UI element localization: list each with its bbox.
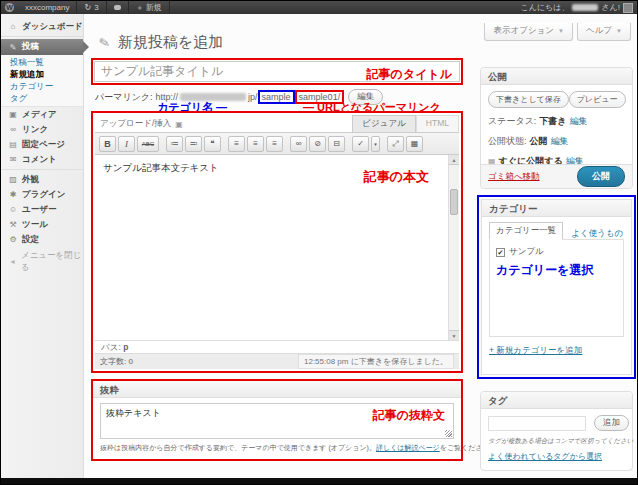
sidebar-item-media[interactable]: ▣ メディア — [1, 107, 83, 122]
account-menu[interactable]: こんにちは、 さん! — [520, 2, 637, 13]
permalink-domain-tail: jp/ — [248, 92, 258, 102]
editor-scrollbar[interactable]: ▲ ▼ — [448, 155, 459, 340]
category-checkbox-row[interactable]: ✔ サンプル — [496, 246, 617, 258]
insert-link-icon[interactable]: ∞ — [290, 136, 307, 152]
tab-visual[interactable]: ビジュアル — [352, 115, 416, 132]
add-tag-button[interactable]: 追加 — [594, 415, 629, 431]
editor-tabs: ビジュアル HTML — [352, 115, 459, 132]
visibility-edit-link[interactable]: 編集 — [551, 135, 569, 148]
chevron-down-icon: ▼ — [558, 28, 564, 34]
categories-annotation-box: カテゴリー カテゴリー一覧 よく使うもの ✔ サンプル カテゴリーを選択 — [477, 195, 636, 379]
sidebar-label-media: メディア — [22, 109, 57, 121]
scroll-down-icon[interactable]: ▼ — [449, 330, 459, 340]
upload-insert-button[interactable]: アップロード/挿入 ▣ — [95, 118, 183, 132]
current-menu-arrow — [83, 41, 89, 53]
align-left-icon[interactable]: ≡ — [228, 136, 245, 152]
excerpt-panel-header[interactable]: 抜粋 — [93, 381, 461, 398]
sidebar-item-users[interactable]: ☺ ユーザー — [1, 202, 83, 217]
resize-handle[interactable] — [445, 430, 452, 437]
tags-panel-header[interactable]: タグ — [481, 392, 632, 409]
kitchen-sink-icon[interactable]: ▦ — [406, 136, 423, 152]
editor-status-bar: 文字数: 0 12:55:08 pm に下書きを保存しました。 — [95, 353, 459, 369]
greeting-text: こんにちは、 — [520, 2, 569, 13]
publish-button[interactable]: 公開 — [577, 166, 625, 187]
more-tag-icon[interactable]: ⊟ — [328, 136, 345, 152]
editor-path-bar: パス: p — [95, 340, 459, 353]
sidebar-item-links[interactable]: ∞ リンク — [1, 122, 83, 137]
sidebar-item-plugins[interactable]: ✱ プラグイン — [1, 187, 83, 202]
screen-options-button[interactable]: 表示オプション ▼ — [484, 23, 572, 41]
strikethrough-icon[interactable]: ABC — [137, 136, 159, 152]
tab-html[interactable]: HTML — [416, 115, 459, 132]
new-content-label: ＋ 新規 — [136, 2, 162, 13]
excerpt-docs-link[interactable]: 詳しくは解説ページ — [376, 444, 440, 451]
fullscreen-icon[interactable]: ⤢ — [387, 136, 404, 152]
remove-link-icon[interactable]: ⊘ — [309, 136, 326, 152]
sidebar-divider — [1, 36, 83, 37]
main-content: 表示オプション ▼ ヘルプ ▼ ✎ 新規投稿を追加 記事のタイトル パーマリンク… — [84, 14, 637, 478]
bold-icon[interactable]: B — [99, 136, 116, 152]
sidebar-item-pages[interactable]: ▤ 固定ページ — [1, 137, 83, 152]
admin-sidebar: ⌂ ダッシュボード ✎ 投稿 投稿一覧 新規追加 カテゴリー タグ ▣ メディア… — [1, 14, 84, 478]
help-button[interactable]: ヘルプ ▼ — [577, 23, 631, 41]
editor-content-area[interactable]: サンプル記事本文テキスト 記事の本文 ▲ ▼ — [95, 155, 459, 340]
page-icon: ▤ — [8, 140, 18, 149]
settings-icon: ⚙ — [8, 235, 18, 244]
add-new-category-link[interactable]: + 新規カテゴリーを追加 — [489, 345, 624, 357]
tag-input[interactable] — [488, 416, 586, 431]
sidebar-divider — [1, 169, 83, 170]
sidebar-item-tools[interactable]: ⚒ ツール — [1, 217, 83, 232]
screen-meta: 表示オプション ▼ ヘルプ ▼ — [484, 23, 631, 41]
sidebar-item-categories[interactable]: カテゴリー — [1, 80, 83, 92]
site-name-menu[interactable]: xxxcompany — [18, 1, 77, 14]
numbered-list-icon[interactable]: ≕ — [185, 136, 202, 152]
sidebar-label-comments: コメント — [22, 154, 57, 166]
updates-indicator[interactable]: ↻ 3 — [77, 1, 106, 14]
tags-help-text: タグが複数ある場合はコンマで区切ってください — [488, 437, 625, 446]
sidebar-item-dashboard[interactable]: ⌂ ダッシュボード — [1, 19, 83, 34]
sidebar-label-dashboard: ダッシュボード — [22, 21, 83, 33]
scrollbar-thumb[interactable] — [450, 189, 458, 215]
excerpt-text: 抜粋テキスト — [106, 408, 161, 418]
visibility-label: 公開状態: — [488, 135, 527, 148]
link-icon: ∞ — [8, 125, 18, 134]
sidebar-label-tools: ツール — [22, 219, 48, 231]
sidebar-item-all-posts[interactable]: 投稿一覧 — [1, 56, 83, 68]
sidebar-item-comments[interactable]: ✉ コメント — [1, 152, 83, 167]
tags-panel: タグ 追加 タグが複数ある場合はコンマで区切ってください よく使われているタグか… — [480, 391, 633, 471]
sidebar-item-settings[interactable]: ⚙ 設定 — [1, 232, 83, 247]
categories-panel: カテゴリー カテゴリー一覧 よく使うもの ✔ サンプル カテゴリーを選択 — [481, 199, 632, 375]
status-edit-link[interactable]: 編集 — [570, 115, 588, 128]
comments-indicator[interactable] — [107, 1, 129, 14]
sidebar-item-add-new[interactable]: 新規追加 — [1, 68, 83, 80]
new-content-button[interactable]: ＋ 新規 — [129, 1, 170, 14]
publish-panel: 公開 下書きとして保存 プレビュー ステータス: 下書き 編集 公開状態: 公開… — [480, 67, 633, 189]
italic-icon[interactable]: I — [118, 136, 135, 152]
tab-most-used[interactable]: よく使うもの — [571, 228, 623, 240]
path-label: パス: — [101, 342, 121, 352]
editor-annotation-box: アップロード/挿入 ▣ ビジュアル HTML B I ABC ≔ ≕ ❝ — [91, 111, 463, 373]
sidebar-item-tags[interactable]: タグ — [1, 92, 83, 104]
category-checkbox[interactable]: ✔ — [496, 248, 505, 257]
choose-from-tags-link[interactable]: よく使われているタグから選択 — [488, 451, 625, 462]
blockquote-icon[interactable]: ❝ — [204, 136, 221, 152]
publish-panel-body: 下書きとして保存 プレビュー ステータス: 下書き 編集 公開状態: 公開 編集… — [481, 85, 632, 172]
proofread-dropdown-icon[interactable]: ▾ — [371, 136, 380, 152]
sidebar-item-appearance[interactable]: ▨ 外観 — [1, 172, 83, 187]
save-draft-button[interactable]: 下書きとして保存 — [488, 91, 569, 108]
tab-all-categories[interactable]: カテゴリー一覧 — [489, 222, 563, 240]
proofread-icon[interactable]: ✓ — [352, 136, 369, 152]
sidebar-item-posts[interactable]: ✎ 投稿 — [1, 39, 83, 55]
align-right-icon[interactable]: ≡ — [266, 136, 283, 152]
scroll-up-icon[interactable]: ▲ — [449, 155, 459, 165]
excerpt-textarea[interactable]: 抜粋テキスト 記事の抜粋文 — [100, 403, 454, 439]
categories-panel-header[interactable]: カテゴリー — [482, 200, 631, 217]
move-to-trash-link[interactable]: ゴミ箱へ移動 — [488, 171, 540, 183]
publish-panel-header[interactable]: 公開 — [481, 68, 632, 85]
wordpress-logo-icon[interactable]: W — [5, 3, 14, 12]
preview-button[interactable]: プレビュー — [569, 91, 626, 108]
align-center-icon[interactable]: ≡ — [247, 136, 264, 152]
collapse-menu-button[interactable]: ◄ メニューを閉じる — [1, 254, 83, 269]
annotation-post-title: 記事のタイトル — [367, 66, 452, 83]
bulleted-list-icon[interactable]: ≔ — [166, 136, 183, 152]
